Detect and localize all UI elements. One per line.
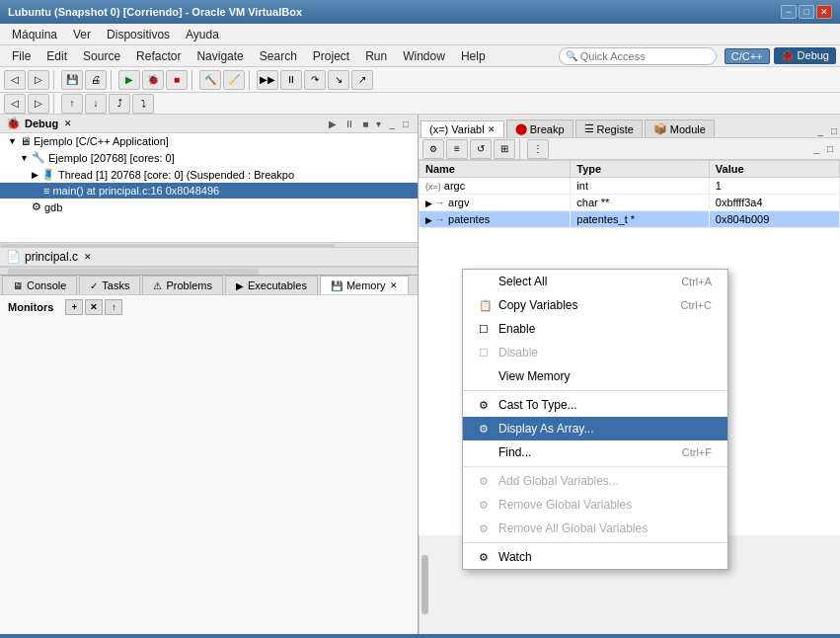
tab-memory[interactable]: 💾 Memory ✕ xyxy=(320,276,409,294)
perspective-cpp[interactable]: C/C++ xyxy=(725,48,770,64)
debug-stop-btn[interactable]: ■ xyxy=(359,118,371,130)
ctx-select-all[interactable]: Select All Ctrl+A xyxy=(463,270,727,293)
vm-menu-view[interactable]: Ver xyxy=(65,26,99,43)
right-tb-layout[interactable]: ⋮ xyxy=(527,139,549,159)
menu-search[interactable]: Search xyxy=(252,47,305,65)
right-tb-3[interactable]: ↺ xyxy=(470,139,492,159)
ctx-view-memory[interactable]: View Memory xyxy=(463,364,727,388)
tb-debug[interactable]: 🐞 xyxy=(142,70,164,90)
tb-save[interactable]: 💾 xyxy=(61,70,83,90)
right-max-btn[interactable]: □ xyxy=(828,124,840,137)
tab-problems[interactable]: ⚠ Problems xyxy=(142,276,222,294)
maximize-button[interactable]: □ xyxy=(799,5,814,19)
tb2-4[interactable]: ↓ xyxy=(85,94,107,114)
ctx-display-array[interactable]: ⚙Display As Array... xyxy=(463,417,727,440)
tb-stop[interactable]: ■ xyxy=(166,70,188,90)
tb-step-into[interactable]: ↘ xyxy=(328,70,349,90)
ctx-copy-vars[interactable]: 📋Copy Variables Ctrl+C xyxy=(463,293,727,317)
tb-forward[interactable]: ▷ xyxy=(28,70,49,90)
tb-build[interactable]: 🔨 xyxy=(199,70,221,90)
left-panel: 🐞 Debug ✕ ▶ ⏸ ■ ▾ _ □ ▼ 🖥 Ejemplo [C/C++… xyxy=(0,115,419,634)
close-button[interactable]: ✕ xyxy=(816,5,832,19)
monitors-panel: Monitors + ✕ ↑ xyxy=(0,294,418,634)
menu-refactor[interactable]: Refactor xyxy=(128,47,189,65)
tab-memory-close[interactable]: ✕ xyxy=(390,280,398,290)
monitor-up-btn[interactable]: ↑ xyxy=(105,299,122,315)
tree-arrow-process[interactable]: ▼ xyxy=(20,153,29,163)
vm-menu-machine[interactable]: Máquina xyxy=(4,26,65,43)
menu-project[interactable]: Project xyxy=(305,47,357,65)
menu-run[interactable]: Run xyxy=(357,47,395,65)
tb-print[interactable]: 🖨 xyxy=(85,70,107,90)
rtab-modules[interactable]: 📦 Module xyxy=(645,120,715,137)
menu-help[interactable]: Help xyxy=(453,47,494,65)
ctx-find[interactable]: Find... Ctrl+F xyxy=(463,440,727,464)
menu-file[interactable]: File xyxy=(4,47,38,65)
ctx-watch[interactable]: ⚙Watch xyxy=(463,545,727,569)
tb2-1[interactable]: ◁ xyxy=(4,94,26,114)
right-tb-2[interactable]: ≡ xyxy=(446,139,468,159)
tb-suspend[interactable]: ⏸ xyxy=(280,70,302,90)
menu-window[interactable]: Window xyxy=(395,47,453,65)
debug-suspend-btn[interactable]: ⏸ xyxy=(342,118,357,130)
tb-run[interactable]: ▶ xyxy=(118,70,140,90)
ctx-enable[interactable]: ☐Enable xyxy=(463,317,727,341)
tree-item-process[interactable]: ▼ 🔧 Ejemplo [20768] [cores: 0] xyxy=(0,149,418,166)
minimize-button[interactable]: − xyxy=(781,5,797,19)
tab-executables[interactable]: ▶ Executables xyxy=(225,276,318,294)
tab-tasks[interactable]: ✓ Tasks xyxy=(79,276,140,294)
search-input[interactable] xyxy=(580,50,699,62)
debug-dropdown-btn[interactable]: ▾ xyxy=(373,118,384,130)
app-menu-bar: File Edit Source Refactor Navigate Searc… xyxy=(0,45,840,67)
right-min-btn[interactable]: _ xyxy=(814,124,826,137)
monitor-add-btn[interactable]: + xyxy=(65,299,83,315)
ctx-cast-type-label: Cast To Type... xyxy=(498,398,577,412)
ctx-disable-label: Disable xyxy=(498,346,538,359)
scroll-thumb[interactable] xyxy=(421,555,428,614)
tb2-2[interactable]: ▷ xyxy=(28,94,49,114)
tb-step-over[interactable]: ↷ xyxy=(304,70,326,90)
rtab-variables[interactable]: (x=) Variabl ✕ xyxy=(420,120,504,137)
tb-step-return[interactable]: ↗ xyxy=(351,70,373,90)
debug-max-btn[interactable]: □ xyxy=(400,118,412,130)
vm-menu-devices[interactable]: Dispositivos xyxy=(99,26,178,43)
right-scrollbar[interactable] xyxy=(419,535,430,634)
code-tab-close[interactable]: ✕ xyxy=(84,252,92,262)
tb2-6[interactable]: ⤵ xyxy=(132,94,154,114)
tree-item-thread[interactable]: ▶ 🧵 Thread [1] 20768 [core: 0] (Suspende… xyxy=(0,166,418,183)
menu-source[interactable]: Source xyxy=(75,47,128,65)
vm-menu-help[interactable]: Ayuda xyxy=(178,26,227,43)
monitor-remove-btn[interactable]: ✕ xyxy=(85,299,103,315)
code-hscrollbar[interactable] xyxy=(0,267,418,275)
tree-item-main[interactable]: ≡ main() at principal.c:16 0x8048496 xyxy=(0,183,418,199)
tree-item-app[interactable]: ▼ 🖥 Ejemplo [C/C++ Application] xyxy=(0,133,418,149)
vm-menu-bar: Máquina Ver Dispositivos Ayuda xyxy=(0,24,840,45)
var-row-argc[interactable]: (x=) argc int 1 xyxy=(420,178,840,195)
perspective-debug[interactable]: 🐞 Debug xyxy=(774,47,836,64)
variables-tab-close[interactable]: ✕ xyxy=(488,124,496,134)
var-row-argv[interactable]: ▶→ argv char ** 0xbffff3a4 xyxy=(420,195,840,211)
tb-clean[interactable]: 🧹 xyxy=(223,70,245,90)
var-row-patentes[interactable]: ▶→ patentes patentes_t * 0x804b009 xyxy=(420,211,840,228)
quick-access-search[interactable]: 🔍 xyxy=(559,47,717,65)
tree-arrow-app[interactable]: ▼ xyxy=(8,136,17,146)
ctx-cast-type[interactable]: ⚙Cast To Type... xyxy=(463,393,727,417)
tb-back[interactable]: ◁ xyxy=(4,70,26,90)
debug-resume-btn[interactable]: ▶ xyxy=(326,118,340,130)
tree-item-gdb[interactable]: ⚙ gdb xyxy=(0,199,418,215)
tab-console[interactable]: 🖥 Console xyxy=(2,276,77,294)
rtab-registers[interactable]: ☰ Registe xyxy=(575,120,643,137)
right-tb-1[interactable]: ⚙ xyxy=(422,139,444,159)
tree-arrow-thread[interactable]: ▶ xyxy=(32,170,38,180)
menu-edit[interactable]: Edit xyxy=(38,47,75,65)
tab-console-label: Console xyxy=(27,279,66,291)
tb2-5[interactable]: ⤴ xyxy=(109,94,130,114)
rtab-breakpoints[interactable]: ⬤ Breakp xyxy=(506,120,573,137)
tb-resume[interactable]: ▶▶ xyxy=(257,70,278,90)
right-tb-collapse[interactable]: ⊞ xyxy=(494,139,515,159)
debug-min-btn[interactable]: _ xyxy=(386,118,398,130)
right-panel-max[interactable]: □ xyxy=(824,142,836,155)
right-panel-min[interactable]: _ xyxy=(810,142,822,155)
menu-navigate[interactable]: Navigate xyxy=(189,47,251,65)
tb2-3[interactable]: ↑ xyxy=(61,94,83,114)
